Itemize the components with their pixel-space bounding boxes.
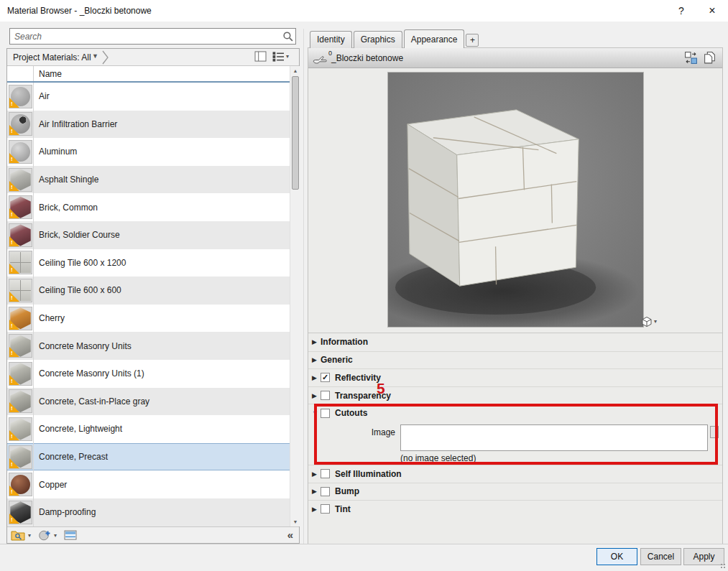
material-row[interactable]: Concrete Masonry Units (1) xyxy=(7,360,290,388)
cancel-button[interactable]: Cancel xyxy=(640,548,681,565)
scroll-down-icon[interactable]: ▼ xyxy=(290,517,300,526)
open-library-panel-button[interactable] xyxy=(64,530,77,540)
material-preview xyxy=(387,72,644,328)
warning-icon xyxy=(9,375,19,385)
create-material-button[interactable] xyxy=(38,529,51,542)
collapse-panel-button[interactable]: « xyxy=(287,529,293,541)
preview-shape-caret-icon: ▾ xyxy=(654,318,657,325)
material-row[interactable]: Asphalt Shingle xyxy=(7,166,290,194)
material-row[interactable]: Concrete Masonry Units xyxy=(7,332,290,360)
material-row[interactable]: Copper xyxy=(7,470,290,498)
panel-splitter[interactable] xyxy=(303,29,304,544)
footer-divider xyxy=(0,544,728,544)
tab-identity[interactable]: Identity xyxy=(310,31,352,48)
list-scrollbar[interactable]: ▲ ▼ xyxy=(290,66,300,526)
search-input[interactable] xyxy=(9,28,296,45)
material-thumbnail xyxy=(9,168,32,192)
section-cutouts[interactable]: ▼ Cutouts xyxy=(308,404,722,422)
section-label: Self Illumination xyxy=(335,469,402,479)
view-type-icon[interactable]: ▾ xyxy=(272,51,289,62)
warning-icon xyxy=(9,458,19,468)
scrollbar-thumb[interactable] xyxy=(292,76,299,190)
material-row[interactable]: Air xyxy=(7,83,290,111)
material-thumbnail xyxy=(9,501,32,524)
tab-appearance[interactable]: Appearance xyxy=(404,29,465,48)
asset-name: _Bloczki betonowe xyxy=(331,53,403,63)
tab-graphics[interactable]: Graphics xyxy=(354,31,402,48)
section-checkbox[interactable] xyxy=(321,391,330,400)
help-button[interactable]: ? xyxy=(671,2,692,19)
resize-grip[interactable] xyxy=(720,563,726,569)
duplicate-asset-icon[interactable] xyxy=(703,51,717,65)
section-checkbox[interactable]: ✓ xyxy=(321,373,330,382)
material-row[interactable]: Aluminum xyxy=(7,138,290,166)
image-options-button[interactable] xyxy=(710,426,719,438)
expand-arrow-icon[interactable]: ▶ xyxy=(312,374,321,381)
section-label: Generic xyxy=(321,355,353,365)
close-button[interactable]: × xyxy=(701,2,723,19)
material-row[interactable]: Concrete, Precast xyxy=(7,443,290,471)
expand-arrow-icon[interactable]: ▶ xyxy=(312,338,321,345)
manage-library-button[interactable] xyxy=(11,529,25,541)
expand-arrow-icon[interactable]: ▼ xyxy=(312,409,321,417)
title-bar: Material Browser - _Bloczki betonowe ? × xyxy=(0,0,728,22)
scroll-up-icon[interactable]: ▲ xyxy=(290,66,300,75)
material-row[interactable]: Cherry xyxy=(7,305,290,333)
material-thumbnail xyxy=(9,334,32,358)
add-tab-button[interactable]: + xyxy=(466,34,479,47)
image-field[interactable] xyxy=(400,424,708,451)
material-row[interactable]: Concrete, Cast-in-Place gray xyxy=(7,388,290,416)
expand-arrow-icon[interactable]: ▶ xyxy=(312,356,321,363)
section-tint[interactable]: ▶ Tint xyxy=(308,500,722,518)
ok-button[interactable]: OK xyxy=(596,548,637,565)
breadcrumb-chevron-icon xyxy=(102,50,109,65)
expand-arrow-icon[interactable]: ▶ xyxy=(312,506,321,513)
section-checkbox[interactable] xyxy=(321,469,330,478)
replace-asset-icon[interactable] xyxy=(684,51,698,65)
section-generic[interactable]: ▶ Generic xyxy=(308,351,722,369)
expand-arrow-icon[interactable]: ▶ xyxy=(312,392,321,399)
material-row[interactable]: Concrete, Lightweight xyxy=(7,415,290,443)
preview-shape-button[interactable]: ▾ xyxy=(641,315,664,328)
section-transparency[interactable]: ▶ Transparency xyxy=(308,386,722,404)
search-icon[interactable] xyxy=(282,31,293,42)
section-label: Transparency xyxy=(335,391,391,401)
material-name: Aluminum xyxy=(39,147,77,157)
section-checkbox[interactable] xyxy=(321,504,330,514)
material-row[interactable]: Damp-proofing xyxy=(7,498,290,526)
apply-button[interactable]: Apply xyxy=(683,548,724,565)
window-title: Material Browser - _Bloczki betonowe xyxy=(7,6,152,16)
name-column-header[interactable]: Name xyxy=(7,66,290,83)
project-materials-label[interactable]: Project Materials: All xyxy=(13,52,91,62)
preview-render-image xyxy=(388,73,643,327)
create-material-caret-icon[interactable]: ▾ xyxy=(54,532,57,539)
filter-dropdown-icon[interactable]: ▼ xyxy=(92,52,98,60)
material-row[interactable]: Ceiling Tile 600 x 600 xyxy=(7,277,290,305)
cube-icon xyxy=(641,316,653,328)
warning-icon xyxy=(9,402,19,412)
section-bump[interactable]: ▶ Bump xyxy=(308,483,722,501)
warning-icon xyxy=(9,98,19,108)
section-self-illumination[interactable]: ▶ Self Illumination xyxy=(308,465,722,483)
material-row[interactable]: Ceiling Tile 600 x 1200 xyxy=(7,249,290,277)
appearance-panel: 0 _Bloczki betonowe xyxy=(308,47,723,544)
manage-library-caret-icon[interactable]: ▾ xyxy=(28,532,31,539)
material-row[interactable]: Brick, Common xyxy=(7,193,290,221)
material-name: Brick, Soldier Course xyxy=(39,230,120,240)
section-information[interactable]: ▶ Information xyxy=(308,333,722,351)
material-thumbnail xyxy=(9,195,32,219)
section-reflectivity[interactable]: ▶ ✓ Reflectivity xyxy=(308,368,722,386)
material-browser-dialog: Material Browser - _Bloczki betonowe ? ×… xyxy=(0,0,728,571)
material-name: Concrete Masonry Units xyxy=(39,341,132,351)
material-row[interactable]: Brick, Soldier Course xyxy=(7,221,290,249)
project-materials-bar: Project Materials: All ▼ ▾ xyxy=(7,49,299,66)
section-label: Tint xyxy=(335,504,351,514)
expand-arrow-icon[interactable]: ▶ xyxy=(312,488,321,495)
section-checkbox[interactable] xyxy=(321,487,330,496)
expand-arrow-icon[interactable]: ▶ xyxy=(312,470,321,478)
library-panel-toggle-icon[interactable] xyxy=(254,51,267,62)
material-row[interactable]: Air Infiltration Barrier xyxy=(7,111,290,139)
material-name: Concrete, Precast xyxy=(39,452,108,462)
material-thumbnail xyxy=(9,389,32,413)
section-checkbox[interactable] xyxy=(321,409,330,418)
